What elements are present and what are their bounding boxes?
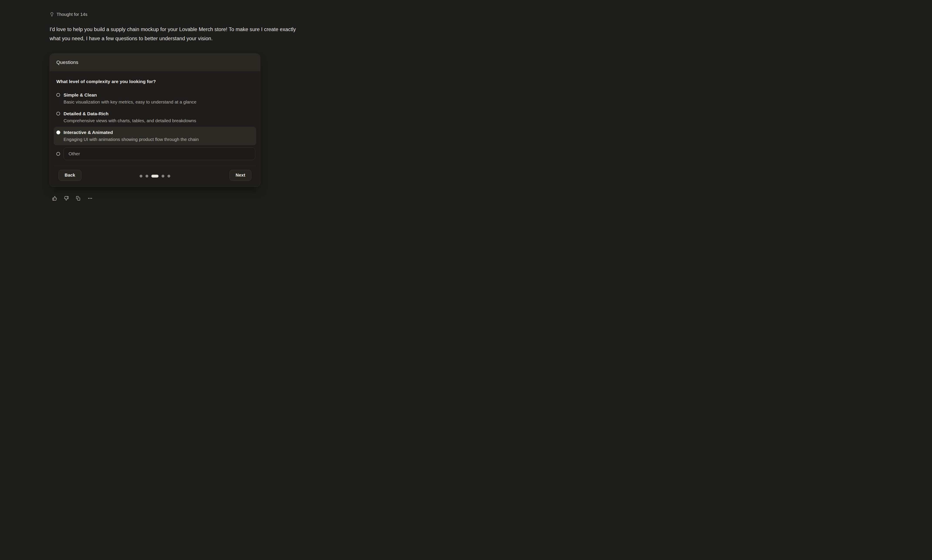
option-detailed-data-rich[interactable]: Detailed & Data-Rich Comprehensive views… <box>54 108 256 126</box>
option-simple-clean[interactable]: Simple & Clean Basic visualization with … <box>54 89 256 108</box>
option-description: Engaging UI with animations showing prod… <box>63 136 199 142</box>
progress-dot-active <box>151 175 159 177</box>
assistant-message: Thought for 14s I'd love to help you bui… <box>0 0 309 201</box>
option-title: Detailed & Data-Rich <box>63 111 196 117</box>
progress-dot <box>146 175 148 177</box>
questions-card-body: What level of complexity are you looking… <box>50 71 260 186</box>
message-text: I'd love to help you build a supply chai… <box>49 25 302 43</box>
progress-dots <box>140 175 170 177</box>
other-input[interactable] <box>63 148 255 160</box>
progress-dot <box>162 175 165 177</box>
message-actions <box>52 196 309 201</box>
chat-screen: Thought for 14s I'd love to help you bui… <box>0 0 341 205</box>
questions-card-header: Questions <box>50 54 260 71</box>
copy-icon[interactable] <box>76 196 80 201</box>
progress-dot <box>140 175 143 177</box>
option-title: Interactive & Animated <box>63 129 199 135</box>
question-text: What level of complexity are you looking… <box>56 79 254 84</box>
thumbs-up-icon[interactable] <box>52 196 57 201</box>
option-description: Comprehensive views with charts, tables,… <box>63 118 196 124</box>
next-button[interactable]: Next <box>230 170 251 181</box>
card-title: Questions <box>56 60 79 65</box>
progress-dot <box>168 175 170 177</box>
thought-header[interactable]: Thought for 14s <box>49 12 309 17</box>
option-title: Simple & Clean <box>63 92 197 98</box>
more-options-icon[interactable] <box>88 196 93 201</box>
card-footer: Back Next <box>54 166 256 186</box>
option-description: Basic visualization with key metrics, ea… <box>63 99 197 105</box>
option-interactive-animated[interactable]: Interactive & Animated Engaging UI with … <box>54 127 256 145</box>
questions-card: Questions What level of complexity are y… <box>49 54 260 187</box>
lightbulb-icon <box>49 12 54 17</box>
thought-label: Thought for 14s <box>57 12 88 17</box>
radio-selected-icon[interactable] <box>56 131 60 134</box>
radio-icon[interactable] <box>56 93 60 97</box>
option-other <box>56 148 256 160</box>
radio-icon[interactable] <box>56 152 60 156</box>
back-button[interactable]: Back <box>59 170 82 181</box>
thumbs-down-icon[interactable] <box>64 196 69 201</box>
radio-icon[interactable] <box>56 112 60 115</box>
